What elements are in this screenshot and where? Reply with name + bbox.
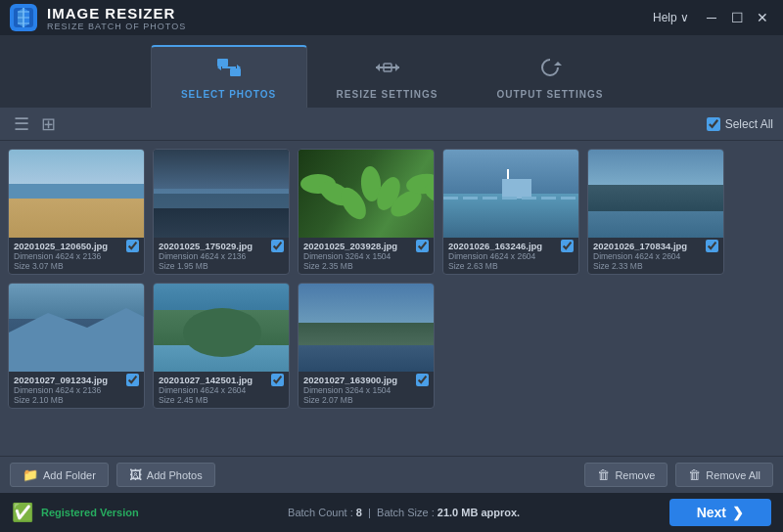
photo-item[interactable]: 20201025_203928.jpg Dimension 3264 x 150… [298, 149, 435, 275]
photo-item[interactable]: 20201027_091234.jpg Dimension 4624 x 213… [8, 283, 145, 409]
photo-dim: Dimension 3264 x 1504 [303, 251, 429, 261]
app-icon [10, 4, 37, 31]
add-photos-label: Add Photos [147, 469, 203, 481]
remove-all-label: Remove All [706, 469, 760, 481]
photo-dim: Dimension 4624 x 2136 [14, 251, 139, 261]
photo-thumbnail [588, 150, 724, 238]
registered-icon: ✅ [12, 502, 33, 523]
select-photos-icon [215, 57, 243, 84]
select-photos-label: SELECT PHOTOS [181, 89, 276, 100]
photo-item[interactable]: 20201027_163900.jpg Dimension 3264 x 150… [298, 283, 435, 409]
select-all-checkbox[interactable] [707, 117, 720, 131]
photo-checkbox[interactable] [561, 240, 574, 252]
batch-count-label: Batch Count : [288, 507, 353, 518]
status-registered: ✅ Registered Version [12, 502, 139, 523]
batch-size-value: 21.0 MB approx. [438, 507, 520, 518]
list-view-icon: ☰ [14, 114, 29, 134]
tab-select-photos[interactable]: SELECT PHOTOS [151, 45, 307, 108]
select-all-label: Select All [725, 117, 773, 131]
photo-info: 20201025_203928.jpg Dimension 3264 x 150… [299, 238, 434, 274]
photo-dim: Dimension 4624 x 2604 [593, 251, 718, 261]
photo-name: 20201026_163246.jpg [448, 241, 574, 251]
photo-name: 20201026_170834.jpg [593, 241, 718, 251]
photo-item[interactable]: 20201025_120650.jpg Dimension 4624 x 213… [8, 149, 145, 275]
photo-thumbnail [154, 284, 290, 372]
tab-output-settings[interactable]: OUTPUT SETTINGS [468, 47, 633, 108]
svg-marker-15 [395, 64, 399, 71]
photo-grid-container[interactable]: 20201025_120650.jpg Dimension 4624 x 213… [0, 141, 783, 456]
grid-view-button[interactable]: ⊞ [37, 111, 60, 137]
photo-checkbox[interactable] [126, 374, 139, 386]
photo-name: 20201025_203928.jpg [303, 241, 429, 251]
svg-rect-9 [230, 68, 241, 76]
photo-checkbox[interactable] [416, 240, 429, 252]
photo-size: Size 1.95 MB [159, 261, 284, 271]
main-content: SELECT PHOTOS RESIZE SETTINGS OUTPUT S [0, 35, 783, 532]
next-icon: ❯ [732, 505, 744, 520]
title-bar-right: Help ∨ ─ ☐ ✕ [645, 7, 773, 28]
next-label: Next [697, 505, 726, 520]
photo-item[interactable]: 20201025_175029.jpg Dimension 4624 x 213… [153, 149, 290, 275]
photo-size: Size 2.07 MB [303, 395, 429, 405]
photo-grid: 20201025_120650.jpg Dimension 4624 x 213… [8, 149, 775, 409]
photo-info: 20201027_091234.jpg Dimension 4624 x 213… [9, 372, 144, 408]
photo-thumbnail [299, 284, 435, 372]
toolbar: ☰ ⊞ Select All [0, 108, 783, 141]
action-right: 🗑 Remove 🗑 Remove All [584, 463, 773, 487]
photo-dim: Dimension 4624 x 2604 [448, 251, 574, 261]
remove-all-button[interactable]: 🗑 Remove All [675, 463, 773, 487]
photo-checkbox[interactable] [416, 374, 429, 386]
remove-icon: 🗑 [597, 467, 610, 482]
tab-resize-settings[interactable]: RESIZE SETTINGS [307, 47, 468, 108]
photo-name: 20201025_120650.jpg [14, 241, 139, 251]
photo-checkbox[interactable] [271, 374, 284, 386]
resize-settings-icon [374, 57, 401, 84]
photo-checkbox[interactable] [271, 240, 284, 252]
tab-bar: SELECT PHOTOS RESIZE SETTINGS OUTPUT S [0, 35, 783, 108]
photo-info: 20201026_163246.jpg Dimension 4624 x 260… [443, 238, 578, 274]
photo-name: 20201025_175029.jpg [159, 241, 284, 251]
svg-marker-14 [376, 64, 380, 71]
title-bar-left: IMAGE RESIZER RESIZE BATCH OF PHOTOS [10, 4, 186, 31]
next-button[interactable]: Next ❯ [669, 499, 771, 526]
help-button[interactable]: Help ∨ [645, 9, 697, 26]
status-batch-info: Batch Count : 8 | Batch Size : 21.0 MB a… [288, 507, 520, 518]
photo-thumbnail [443, 150, 579, 238]
photo-info: 20201025_175029.jpg Dimension 4624 x 213… [154, 238, 289, 274]
select-all-wrapper: Select All [707, 117, 773, 131]
photo-thumbnail [9, 284, 145, 372]
photo-size: Size 2.35 MB [303, 261, 429, 271]
grid-view-icon: ⊞ [41, 114, 56, 134]
view-buttons: ☰ ⊞ [10, 111, 60, 137]
close-button[interactable]: ✕ [752, 7, 773, 28]
add-folder-button[interactable]: 📁 Add Folder [10, 463, 109, 487]
add-photos-button[interactable]: 🖼 Add Photos [116, 463, 215, 487]
resize-settings-label: RESIZE SETTINGS [337, 89, 438, 100]
output-settings-label: OUTPUT SETTINGS [497, 89, 604, 100]
minimize-button[interactable]: ─ [701, 7, 722, 28]
photo-dim: Dimension 4624 x 2604 [159, 385, 284, 395]
maximize-button[interactable]: ☐ [726, 7, 748, 28]
photo-size: Size 2.45 MB [159, 395, 284, 405]
photo-name: 20201027_163900.jpg [303, 375, 429, 385]
photo-size: Size 2.33 MB [593, 261, 718, 271]
status-bar: ✅ Registered Version Batch Count : 8 | B… [0, 493, 783, 532]
remove-all-icon: 🗑 [688, 467, 701, 482]
list-view-button[interactable]: ☰ [10, 111, 33, 137]
photo-info: 20201026_170834.jpg Dimension 4624 x 260… [588, 238, 723, 274]
photo-checkbox[interactable] [706, 240, 718, 252]
action-row: 📁 Add Folder 🖼 Add Photos 🗑 Remove 🗑 Rem… [0, 456, 783, 493]
action-left: 📁 Add Folder 🖼 Add Photos [10, 463, 215, 487]
registered-label: Registered Version [41, 507, 139, 518]
app-title-block: IMAGE RESIZER RESIZE BATCH OF PHOTOS [47, 5, 186, 31]
photo-item[interactable]: 20201026_170834.jpg Dimension 4624 x 260… [587, 149, 724, 275]
photo-dim: Dimension 4624 x 2136 [159, 251, 284, 261]
photo-checkbox[interactable] [126, 240, 139, 252]
photo-icon: 🖼 [129, 467, 142, 482]
remove-button[interactable]: 🗑 Remove [584, 463, 668, 487]
photo-item[interactable]: 20201026_163246.jpg Dimension 4624 x 260… [442, 149, 579, 275]
photo-item[interactable]: 20201027_142501.jpg Dimension 4624 x 260… [153, 283, 290, 409]
photo-name: 20201027_091234.jpg [14, 375, 139, 385]
photo-thumbnail [299, 150, 435, 238]
title-bar: IMAGE RESIZER RESIZE BATCH OF PHOTOS Hel… [0, 0, 783, 35]
